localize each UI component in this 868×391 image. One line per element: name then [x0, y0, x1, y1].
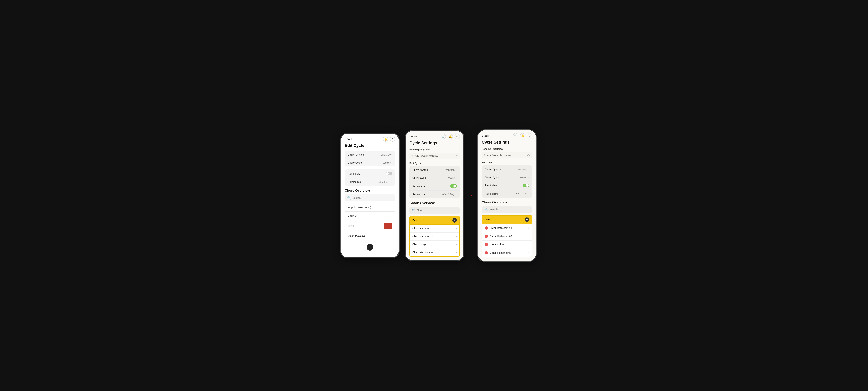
remind-me-chevron-1: ⌄ — [390, 181, 392, 183]
chore-system-chevron-2: › — [456, 169, 457, 171]
chore-system-row-2[interactable]: Chore System Voluntary › — [409, 166, 460, 174]
chore-item-fridge-3[interactable]: Clean fridge › — [482, 241, 532, 249]
cart-icon-2[interactable]: 🛒 — [441, 134, 446, 139]
chore-system-value-3: Voluntary — [518, 168, 528, 171]
pending-text-2: Add "Wash the dishes" — [415, 154, 453, 157]
phone-screen-1: ‹ Back 🔔 ⚙ Edit Cycle Chore System Volun… — [341, 133, 399, 258]
chore-system-chevron-3: › — [528, 168, 529, 171]
gear-icon-2[interactable]: ⚙ — [455, 134, 460, 139]
back-button-2[interactable]: ‹ Back — [409, 134, 417, 138]
chore-item-mopping[interactable]: Mopping (Bathroom) — [345, 203, 395, 212]
pending-count-3: 3/5 — [527, 154, 530, 156]
chore-system-row-1[interactable]: Chore System Voluntary › — [345, 151, 395, 159]
chore-text-bathroom2-3: Clean Bathroom #2 — [490, 235, 512, 238]
chore-item-bathroom2-3[interactable]: Clean Bathroom #2 › — [482, 232, 532, 241]
reminders-toggle-3[interactable] — [523, 184, 529, 187]
cycle-settings-group-1: Chore System Voluntary › Chore Cycle Wee… — [345, 151, 395, 167]
search-icon-2: 🔍 — [412, 209, 415, 212]
section-add-button-2[interactable]: + — [453, 218, 457, 222]
remind-me-value-3: After 1 Day — [515, 192, 527, 195]
gear-icon-3[interactable]: ⚙ — [527, 133, 532, 138]
chore-item-chorea[interactable]: Chore A — [345, 212, 395, 220]
search-bar-1[interactable]: 🔍 — [345, 194, 395, 201]
chore-section-2: Edit + Clean Bathroom #1 › Clean Bathroo… — [409, 216, 460, 257]
done-icon-fridge-3 — [485, 243, 488, 246]
remind-me-chevron-2: ⌄ — [455, 193, 457, 196]
back-button-1[interactable]: ‹ Back — [345, 137, 352, 141]
bell-icon-2[interactable]: 🔔 — [447, 134, 453, 139]
search-input-1[interactable] — [352, 197, 393, 199]
gear-icon-1[interactable]: ⚙ — [390, 137, 395, 142]
section-label-3: Done — [485, 218, 491, 221]
chore-section-header-2: Edit + — [409, 216, 460, 225]
page-title-2: Cycle Settings — [409, 141, 460, 145]
done-icon-bathroom2-3 — [485, 235, 488, 238]
chore-item-stove[interactable]: Clean the stove — [345, 232, 395, 240]
bell-icon-1[interactable]: 🔔 — [383, 137, 388, 142]
chore-text-fridge-2: Clean fridge — [412, 243, 426, 246]
reminders-toggle-1[interactable] — [385, 172, 392, 176]
chore-cycle-value-1: Weekly — [383, 161, 391, 164]
chore-system-label-2: Chore System — [412, 169, 429, 172]
search-bar-3[interactable]: 🔍 — [482, 206, 532, 213]
back-arrow-icon-1: ‹ — [345, 137, 346, 141]
chore-text-bathroom2-2: Clean Bathroom #2 — [412, 235, 435, 238]
section-add-button-3[interactable]: + — [525, 217, 529, 222]
edit-cycle-heading-3: Edit Cycle — [482, 161, 532, 164]
search-input-3[interactable] — [490, 208, 529, 211]
chore-cycle-row-3[interactable]: Chore Cycle Weekly › — [482, 173, 532, 181]
left-arrow: ← — [332, 193, 337, 199]
remind-me-row-3[interactable]: Remind me After 1 Day ⌄ — [482, 190, 532, 198]
chore-cycle-chevron-3: › — [528, 176, 529, 178]
delete-chore-button[interactable]: 🗑 — [384, 222, 392, 229]
chore-item-fridge-2[interactable]: Clean fridge › — [410, 241, 459, 248]
chore-system-row-3[interactable]: Chore System Voluntary › — [482, 166, 532, 173]
chore-section-3: Done + Clean Bathroom #1 › — [482, 215, 532, 257]
chore-chevron-bathroom2-3: › — [528, 235, 529, 238]
section-label-2: Edit — [412, 219, 417, 222]
chore-overview-title-1: Chore Overview — [345, 189, 395, 192]
chore-overview-title-3: Chore Overview — [482, 201, 532, 204]
chore-list-bordered-2: Clean Bathroom #1 › Clean Bathroom #2 › … — [409, 225, 460, 257]
back-button-3[interactable]: ‹ Back — [482, 134, 489, 138]
back-label-2: Back — [411, 135, 417, 138]
chore-section-header-3: Done + — [482, 215, 532, 224]
chore-chevron-bathroom1-3: › — [528, 227, 529, 229]
search-icon-3: 🔍 — [484, 208, 488, 211]
chore-cycle-chevron-1: › — [392, 161, 392, 164]
chore-list-bordered-3: Clean Bathroom #1 › Clean Bathroom #2 › — [482, 224, 532, 257]
pending-heading-2: Pending Requests — [409, 148, 460, 151]
chore-cycle-value-2: Weekly — [447, 176, 455, 179]
chore-item-sink-3[interactable]: Clean kitchen sink › — [482, 249, 532, 257]
search-input-2[interactable] — [417, 209, 457, 212]
remind-me-value-2: After 1 Day — [442, 193, 454, 196]
chore-item-bathroom1-3[interactable]: Clean Bathroom #1 › — [482, 224, 532, 232]
reminders-row-3[interactable]: Reminders — [482, 181, 532, 190]
cart-icon-3[interactable]: 🛒 — [513, 133, 518, 138]
clock-icon-3: ⊙ — [484, 154, 486, 156]
chore-item-stove-swiped[interactable]: stove 🗑 — [345, 220, 395, 232]
remind-me-row-2[interactable]: Remind me After 1 Day ⌄ — [409, 190, 460, 198]
pending-count-2: 3/5 — [455, 154, 458, 157]
done-icon-bathroom1-3 — [485, 227, 488, 230]
chore-text-chorea: Chore A — [348, 214, 357, 217]
reminders-row-2[interactable]: Reminders — [409, 182, 460, 190]
reminders-row-1[interactable]: Reminders — [345, 170, 395, 178]
search-bar-2[interactable]: 🔍 — [409, 207, 460, 214]
chore-cycle-chevron-2: › — [456, 177, 457, 179]
bell-icon-3[interactable]: 🔔 — [520, 133, 525, 138]
remind-me-label-2: Remind me — [412, 193, 426, 196]
chore-item-bathroom2-2[interactable]: Clean Bathroom #2 › — [410, 233, 459, 241]
remind-me-row-1[interactable]: Remind me After 1 day ⌄ — [345, 178, 395, 186]
chore-text-stove-swiped: stove — [348, 224, 354, 227]
chore-cycle-label-3: Chore Cycle — [485, 176, 499, 179]
cycle-settings-group-3: Chore System Voluntary › Chore Cycle Wee… — [482, 166, 532, 198]
chore-item-bathroom1-2[interactable]: Clean Bathroom #1 › — [410, 225, 459, 233]
add-chore-button-1[interactable]: + — [367, 244, 373, 251]
reminders-toggle-2[interactable] — [450, 184, 457, 188]
reminders-label-1: Reminders — [348, 172, 360, 175]
chore-cycle-row-1[interactable]: Chore Cycle Weekly › — [345, 159, 395, 167]
chore-item-sink-2[interactable]: Clean kitchen sink › — [410, 248, 459, 256]
chore-text-stove: Clean the stove — [348, 235, 366, 237]
chore-cycle-row-2[interactable]: Chore Cycle Weekly › — [409, 174, 460, 182]
